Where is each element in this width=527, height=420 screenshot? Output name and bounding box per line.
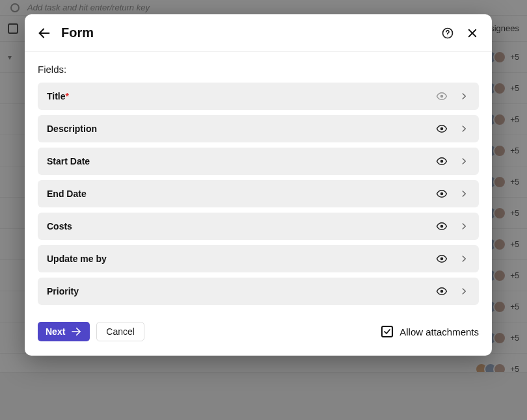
- field-expand-button[interactable]: [458, 220, 470, 232]
- toggle-visibility-button[interactable]: [436, 285, 448, 297]
- svg-point-2: [448, 35, 448, 36]
- field-row[interactable]: Description: [38, 115, 479, 142]
- chevron-right-icon: [459, 222, 468, 231]
- check-icon: [383, 328, 391, 335]
- chevron-right-icon: [459, 254, 468, 263]
- svg-point-9: [440, 225, 444, 228]
- form-modal: Form Fields: Title* Description Start Da…: [25, 14, 492, 356]
- allow-attachments-checkbox[interactable]: [381, 326, 393, 337]
- svg-point-11: [440, 290, 444, 293]
- eye-icon: [436, 188, 448, 200]
- svg-point-7: [440, 160, 444, 163]
- eye-icon: [436, 90, 448, 102]
- modal-body: Fields: Title* Description Start Date En…: [25, 52, 492, 313]
- next-button[interactable]: Next: [38, 322, 90, 341]
- svg-point-5: [440, 95, 444, 98]
- help-circle-icon: [441, 27, 454, 40]
- field-label: Costs: [47, 221, 72, 231]
- cancel-button-label: Cancel: [106, 326, 135, 337]
- modal-footer: Next Cancel Allow attachments: [25, 313, 492, 356]
- field-label: Description: [47, 124, 97, 134]
- toggle-visibility-button[interactable]: [436, 123, 448, 135]
- eye-icon: [436, 220, 448, 232]
- field-expand-button[interactable]: [458, 155, 470, 167]
- toggle-visibility-button[interactable]: [436, 155, 448, 167]
- field-row[interactable]: Start Date: [38, 148, 479, 175]
- field-row[interactable]: Costs: [38, 213, 479, 240]
- toggle-visibility-button[interactable]: [436, 253, 448, 265]
- eye-icon: [436, 253, 448, 265]
- field-expand-button[interactable]: [458, 123, 470, 135]
- next-button-label: Next: [46, 326, 65, 337]
- eye-icon: [436, 155, 448, 167]
- chevron-right-icon: [459, 189, 468, 198]
- toggle-visibility-button[interactable]: [436, 220, 448, 232]
- modal-title: Form: [61, 25, 94, 40]
- field-row[interactable]: End Date: [38, 180, 479, 207]
- field-label: Priority: [47, 286, 79, 296]
- modal-header: Form: [25, 14, 492, 52]
- field-row[interactable]: Title*: [38, 83, 479, 110]
- close-icon: [466, 27, 478, 39]
- toggle-visibility-button[interactable]: [436, 188, 448, 200]
- svg-point-6: [440, 127, 444, 131]
- help-button[interactable]: [440, 25, 455, 41]
- toggle-visibility-button[interactable]: [436, 90, 448, 102]
- field-expand-button[interactable]: [458, 253, 470, 265]
- back-button[interactable]: [36, 25, 52, 41]
- fields-label: Fields:: [38, 64, 479, 75]
- field-label: Update me by: [47, 254, 107, 264]
- eye-icon: [436, 123, 448, 135]
- close-button[interactable]: [465, 25, 480, 41]
- arrow-right-icon: [70, 326, 82, 337]
- field-row[interactable]: Update me by: [38, 245, 479, 272]
- eye-icon: [436, 285, 448, 297]
- field-expand-button[interactable]: [458, 188, 470, 200]
- field-expand-button[interactable]: [458, 285, 470, 297]
- chevron-right-icon: [459, 92, 468, 101]
- allow-attachments-label: Allow attachments: [399, 326, 479, 337]
- field-label: Title*: [47, 91, 69, 101]
- fields-list: Title* Description Start Date End Date C…: [38, 83, 479, 305]
- svg-point-10: [440, 257, 444, 261]
- required-asterisk: *: [66, 91, 69, 101]
- chevron-right-icon: [459, 124, 468, 133]
- svg-point-8: [440, 192, 444, 196]
- field-expand-button[interactable]: [458, 90, 470, 102]
- field-label: Start Date: [47, 156, 90, 166]
- cancel-button[interactable]: Cancel: [96, 322, 144, 341]
- chevron-right-icon: [459, 157, 468, 166]
- arrow-left-icon: [37, 26, 51, 40]
- field-label: End Date: [47, 189, 87, 199]
- chevron-right-icon: [459, 287, 468, 296]
- field-row[interactable]: Priority: [38, 278, 479, 305]
